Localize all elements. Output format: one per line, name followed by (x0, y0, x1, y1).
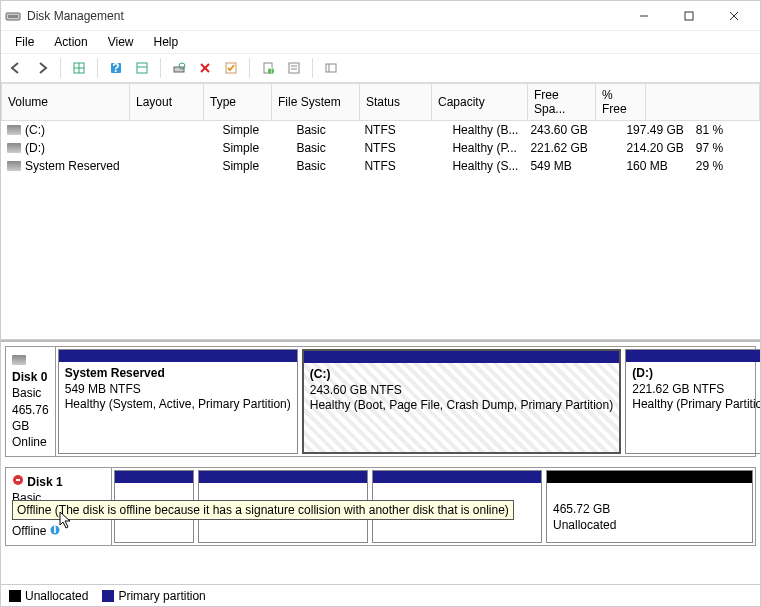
legend: Unallocated Primary partition (1, 584, 760, 606)
delete-icon[interactable] (194, 57, 216, 79)
disk0-part-c[interactable]: (C:)243.60 GB NTFSHealthy (Boot, Page Fi… (302, 349, 621, 454)
volume-row[interactable]: (C:)SimpleBasicNTFSHealthy (B...243.60 G… (1, 121, 760, 139)
separator (249, 58, 250, 78)
partition-header (199, 471, 367, 483)
settings-icon[interactable] (320, 57, 342, 79)
offline-tooltip: Offline (The disk is offline because it … (12, 500, 514, 520)
col-filesystem[interactable]: File System (272, 84, 360, 121)
disk-0-info: Disk 0 Basic 465.76 GB Online (6, 347, 56, 456)
disk-icon (7, 143, 21, 153)
svg-text:↑: ↑ (268, 63, 274, 76)
titlebar: Disk Management (1, 1, 760, 31)
svg-rect-24 (326, 64, 336, 72)
window-title: Disk Management (27, 9, 621, 23)
separator (97, 58, 98, 78)
window-controls (621, 2, 756, 30)
maximize-button[interactable] (666, 2, 711, 30)
volume-row[interactable]: System ReservedSimpleBasicNTFSHealthy (S… (1, 157, 760, 175)
partition-header (304, 351, 619, 363)
volume-row[interactable]: (D:)SimpleBasicNTFSHealthy (P...221.62 G… (1, 139, 760, 157)
menu-file[interactable]: File (7, 33, 42, 51)
separator (160, 58, 161, 78)
col-status[interactable]: Status (360, 84, 432, 121)
disk-icon (7, 161, 21, 171)
disk-0-row[interactable]: Disk 0 Basic 465.76 GB Online System Res… (5, 346, 756, 457)
disk0-part-system-reserved[interactable]: System Reserved549 MB NTFSHealthy (Syste… (58, 349, 298, 454)
col-spacer (646, 84, 760, 121)
toolbar: ? ↑ (1, 53, 760, 83)
svg-text:?: ? (112, 61, 119, 75)
check-icon[interactable] (220, 57, 242, 79)
partition-header (373, 471, 541, 483)
menu-action[interactable]: Action (46, 33, 95, 51)
col-volume[interactable]: Volume (2, 84, 130, 121)
separator (312, 58, 313, 78)
svg-rect-1 (8, 15, 18, 18)
warning-icon (12, 474, 24, 486)
col-free[interactable]: Free Spa... (528, 84, 596, 121)
disk-graphical-view: Disk 0 Basic 465.76 GB Online System Res… (1, 340, 760, 584)
forward-icon[interactable] (31, 57, 53, 79)
svg-rect-11 (137, 63, 147, 73)
col-pctfree[interactable]: % Free (596, 84, 646, 121)
disk-icon (7, 125, 21, 135)
legend-unallocated: Unallocated (9, 589, 88, 603)
separator (60, 58, 61, 78)
svg-text:i: i (53, 525, 56, 535)
partition-header (547, 471, 752, 483)
help-icon[interactable]: ? (105, 57, 127, 79)
disk1-part-unallocated[interactable]: 465.72 GBUnallocated (546, 470, 753, 543)
grid-icon[interactable] (68, 57, 90, 79)
disk-icon (12, 355, 26, 365)
menubar: File Action View Help (1, 31, 760, 53)
properties-icon[interactable] (283, 57, 305, 79)
minimize-button[interactable] (621, 2, 666, 30)
close-button[interactable] (711, 2, 756, 30)
disk0-part-d[interactable]: (D:)221.62 GB NTFSHealthy (Primary Parti… (625, 349, 760, 454)
menu-view[interactable]: View (100, 33, 142, 51)
new-icon[interactable]: ↑ (257, 57, 279, 79)
svg-rect-21 (289, 63, 299, 73)
partition-header (59, 350, 297, 362)
layout-icon[interactable] (131, 57, 153, 79)
info-icon[interactable]: i (50, 525, 60, 535)
partition-header (626, 350, 760, 362)
col-capacity[interactable]: Capacity (432, 84, 528, 121)
app-icon (5, 8, 21, 24)
rescan-icon[interactable] (168, 57, 190, 79)
col-layout[interactable]: Layout (130, 84, 204, 121)
legend-primary: Primary partition (102, 589, 205, 603)
volume-list: Volume Layout Type File System Status Ca… (1, 83, 760, 340)
svg-rect-3 (685, 12, 693, 20)
back-icon[interactable] (5, 57, 27, 79)
menu-help[interactable]: Help (146, 33, 187, 51)
col-type[interactable]: Type (204, 84, 272, 121)
partition-header (115, 471, 193, 483)
